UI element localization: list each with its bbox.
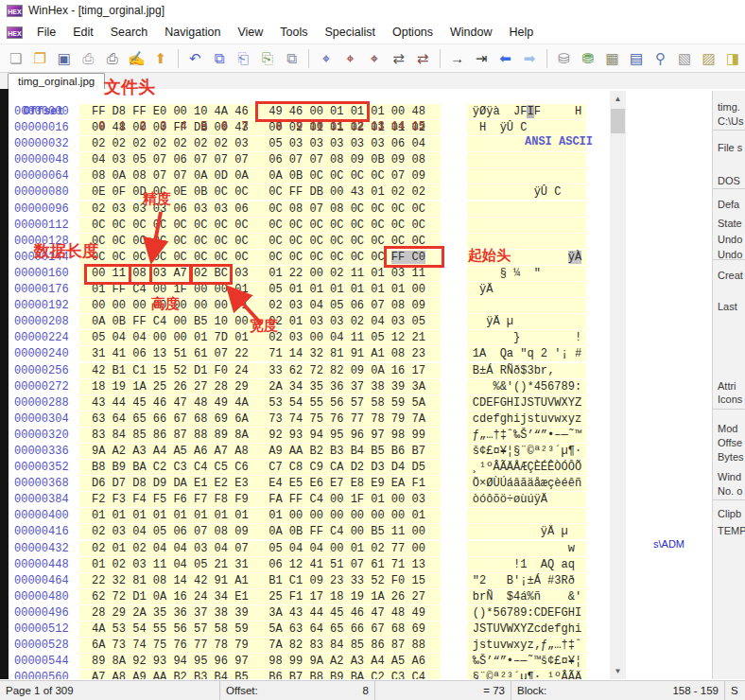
row-ascii-text[interactable]: CDEFGHIJSTUVWXYZ	[467, 395, 586, 411]
row-ascii-text[interactable]	[467, 234, 586, 249]
row-hex-bytes[interactable]: 42 B1 C1 15 52 D1 F0 24 33 62 72 82 09 0…	[79, 363, 441, 378]
row-hex-bytes[interactable]: 22 32 81 08 14 42 91 A1 B1 C1 09 23 33 5…	[79, 573, 441, 588]
row-hex-bytes[interactable]: D6 D7 D8 D9 DA E1 E2 E3 E4 E5 E6 E7 E8 E…	[79, 476, 441, 491]
row-hex-bytes[interactable]: B8 B9 BA C2 C3 C4 C5 C6 C7 C8 C9 CA D2 D…	[79, 460, 441, 475]
row-hex-bytes[interactable]: 18 19 1A 25 26 27 28 29 2A 34 35 36 37 3…	[79, 379, 441, 394]
magnifier-icon[interactable]: ⚲	[649, 47, 673, 70]
row-ascii-text[interactable]: cdefghijstuvwxyz	[467, 411, 586, 427]
menu-tools[interactable]: Tools	[271, 24, 316, 41]
scrollbar-thumb[interactable]	[611, 109, 625, 133]
undo-icon[interactable]: ↶	[183, 47, 208, 70]
row-hex-bytes[interactable]: 0C 0C 0C 0C 0C 0C 0C 0C 0C 0C 0C 0C 0C 0…	[79, 234, 441, 249]
row-ascii-text[interactable]: ÿÄ µ	[467, 314, 586, 329]
row-hex-bytes[interactable]: 6A 73 74 75 76 77 78 79 7A 82 83 84 85 8…	[79, 638, 441, 653]
tab-timg-orginal[interactable]: timg_orginal.jpg	[8, 73, 105, 89]
row-ascii-text[interactable]: %&'()*456789:	[467, 379, 586, 394]
row-hex-bytes[interactable]: 01 02 03 11 04 05 21 31 06 12 41 51 07 6…	[79, 557, 441, 572]
find-again-icon[interactable]: ⌖	[338, 47, 363, 70]
row-hex-bytes[interactable]: 43 44 45 46 47 48 49 4A 53 54 55 56 57 5…	[79, 395, 441, 411]
row-ascii-text[interactable]	[467, 201, 586, 217]
row-ascii-text[interactable]: 1A Qa "q 2 '¡ #	[467, 346, 586, 361]
row-ascii-text[interactable]: ƒ„…†‡ˆ‰Š’“”•–—˜™	[467, 428, 586, 443]
new-file-icon[interactable]: ❏	[4, 47, 28, 70]
clone-disk-icon[interactable]: ⛃	[576, 47, 600, 70]
row-ascii-text[interactable]: JSTUVWXYZcdefghi	[467, 621, 586, 637]
row-hex-bytes[interactable]: FF D8 FF E0 00 10 4A 46 49 46 00 01 01 0…	[79, 104, 441, 119]
row-ascii-text[interactable]: B±Á RÑð$3br‚	[467, 363, 586, 378]
ram-editor-icon[interactable]: ▦	[600, 47, 625, 70]
row-ascii-text[interactable]: ÿØÿà JFIF H	[467, 104, 586, 119]
copy-hex-values-icon[interactable]: ⧉	[280, 47, 304, 70]
row-hex-bytes[interactable]: A7 A8 A9 AA B2 B3 B4 B5 B6 B7 B8 B9 BA C…	[79, 670, 441, 679]
selected-ascii[interactable]: ÿÀ	[568, 251, 581, 264]
row-ascii-text[interactable]: jstuvwxyz‚ƒ„…†‡ˆ	[467, 638, 586, 653]
print-icon[interactable]: ⎙	[100, 47, 125, 70]
row-hex-bytes[interactable]: 63 64 65 66 67 68 69 6A 73 74 75 76 77 7…	[79, 411, 441, 427]
caret-ascii[interactable]: I	[527, 105, 533, 118]
row-hex-bytes[interactable]: 02 03 03 03 06 03 03 06 0C 08 07 08 0C 0…	[79, 201, 441, 217]
goto-page-icon[interactable]: ⇥	[469, 47, 494, 70]
menu-view[interactable]: View	[229, 24, 271, 41]
row-hex-bytes[interactable]: 05 04 04 00 00 01 7D 01 02 03 00 04 11 0…	[79, 330, 441, 345]
row-hex-bytes[interactable]: 0C 0C 0C 0C 0C 0C 0C 0C 0C 0C 0C 0C 0C 0…	[79, 250, 441, 265]
back-icon[interactable]: ⬅	[494, 47, 518, 70]
replace-hex-icon[interactable]: ⇄	[410, 47, 435, 70]
menu-edit[interactable]: Edit	[64, 24, 102, 41]
row-ascii-text[interactable]: ‰Š’“”•–—˜™š¢£¤¥¦	[467, 654, 586, 669]
menu-search[interactable]: Search	[102, 24, 157, 41]
folder-up-icon[interactable]: ⬆	[148, 47, 173, 70]
menu-options[interactable]: Options	[384, 24, 442, 41]
print-preview-icon[interactable]: ⎙	[77, 47, 101, 70]
find-hex-icon[interactable]: ⌖	[362, 47, 387, 70]
row-ascii-text[interactable]: òóôõö÷øùúÿÄ	[467, 492, 586, 507]
row-ascii-text[interactable]: !1 AQ aq	[467, 557, 586, 572]
row-ascii-text[interactable]: "2 B'¡±Á #3Rð	[467, 573, 586, 588]
row-ascii-text[interactable]: } !	[467, 330, 586, 345]
row-ascii-text[interactable]	[467, 508, 586, 523]
row-hex-bytes[interactable]: 0A 0B FF C4 00 B5 10 00 02 01 03 03 02 0…	[79, 314, 441, 329]
scroll-up-arrow-icon[interactable]: ▲	[610, 91, 626, 107]
row-hex-bytes[interactable]: 00 11 08 03 A7 02 BC 03 01 22 00 02 11 0…	[79, 266, 441, 281]
row-ascii-text[interactable]: ¸¹ºÂÃÄÅÆÇÈÉÊÒÓÔÕ	[467, 460, 586, 475]
forward-icon[interactable]: ➡	[517, 47, 542, 70]
row-ascii-text[interactable]: ÿÛ C	[467, 184, 586, 200]
scroll-down-arrow-icon[interactable]: ▼	[610, 663, 626, 679]
row-hex-bytes[interactable]: 28 29 2A 35 36 37 38 39 3A 43 44 45 46 4…	[79, 605, 441, 621]
menu-file[interactable]: File	[28, 24, 64, 41]
save-icon[interactable]: ▣	[52, 47, 77, 70]
row-hex-bytes[interactable]: 08 0A 08 07 07 0A 0D 0A 0A 0B 0C 0C 0C 0…	[79, 168, 441, 184]
row-hex-bytes[interactable]: 0C 0C 0C 0C 0C 0C 0C 0C 0C 0C 0C 0C 0C 0…	[79, 218, 441, 233]
row-hex-bytes[interactable]: 02 02 02 02 02 02 02 03 05 03 03 03 03 0…	[79, 136, 441, 151]
row-ascii-text[interactable]: § ¼ "	[467, 266, 586, 281]
row-hex-bytes[interactable]: 62 72 D1 0A 16 24 34 E1 25 F1 17 18 19 1…	[79, 589, 441, 604]
row-hex-bytes[interactable]: 89 8A 92 93 94 95 96 97 98 99 9A A2 A3 A…	[79, 654, 441, 669]
menu-navigation[interactable]: Navigation	[156, 24, 229, 41]
row-ascii-text[interactable]: š¢£¤¥¦§¨©ª²³´µ¶·	[467, 444, 586, 459]
replace-text-icon[interactable]: ⇄	[387, 47, 411, 70]
row-hex-bytes[interactable]: 9A A2 A3 A4 A5 A6 A7 A8 A9 AA B2 B3 B4 B…	[79, 444, 441, 459]
directory-browser-icon[interactable]: ▤	[624, 47, 649, 70]
row-ascii-text[interactable]: §¨©ª²³´µ¶·¸¹ºÂÃÄ	[467, 670, 586, 679]
row-ascii-text[interactable]: H ÿÛ C	[467, 120, 586, 135]
row-hex-bytes[interactable]: 00 00 00 00 00 00 00 01 02 03 04 05 06 0…	[79, 298, 441, 313]
find-text-icon[interactable]: ⌖	[314, 47, 338, 70]
row-hex-bytes[interactable]: 83 84 85 86 87 88 89 8A 92 93 94 95 96 9…	[79, 428, 441, 443]
row-ascii-text[interactable]: Ö×ØÙÚáâãäåæçèéêñ	[467, 476, 586, 491]
row-ascii-text[interactable]	[467, 152, 586, 167]
paste-icon[interactable]: ⎗	[232, 47, 256, 70]
menu-window[interactable]: Window	[442, 24, 500, 41]
menu-help[interactable]: Help	[501, 24, 543, 41]
vertical-scrollbar[interactable]: ▲ ▼	[610, 91, 626, 679]
goto-offset-icon[interactable]: →	[445, 47, 470, 70]
row-hex-bytes[interactable]: F2 F3 F4 F5 F6 F7 F8 F9 FA FF C4 00 1F 0…	[79, 492, 441, 507]
row-hex-bytes[interactable]: 02 03 04 05 06 07 08 09 0A 0B FF C4 00 B…	[79, 524, 441, 539]
open-disk-icon[interactable]: ⛁	[552, 47, 577, 70]
calculator-icon[interactable]: ◨	[720, 47, 745, 70]
row-ascii-text[interactable]	[467, 298, 586, 313]
properties-icon[interactable]: ✍	[125, 47, 149, 70]
menu-specialist[interactable]: Specialist	[316, 24, 384, 41]
row-hex-bytes[interactable]: 02 01 02 04 04 03 04 07 05 04 04 00 01 0…	[79, 541, 441, 556]
row-hex-bytes[interactable]: 0E 0F 0D 0C 0E 0B 0C 0C 0C FF DB 00 43 0…	[79, 184, 441, 200]
row-ascii-text[interactable]: ÿÄ µ	[467, 524, 586, 539]
copy-icon[interactable]: ⧉	[207, 47, 232, 70]
